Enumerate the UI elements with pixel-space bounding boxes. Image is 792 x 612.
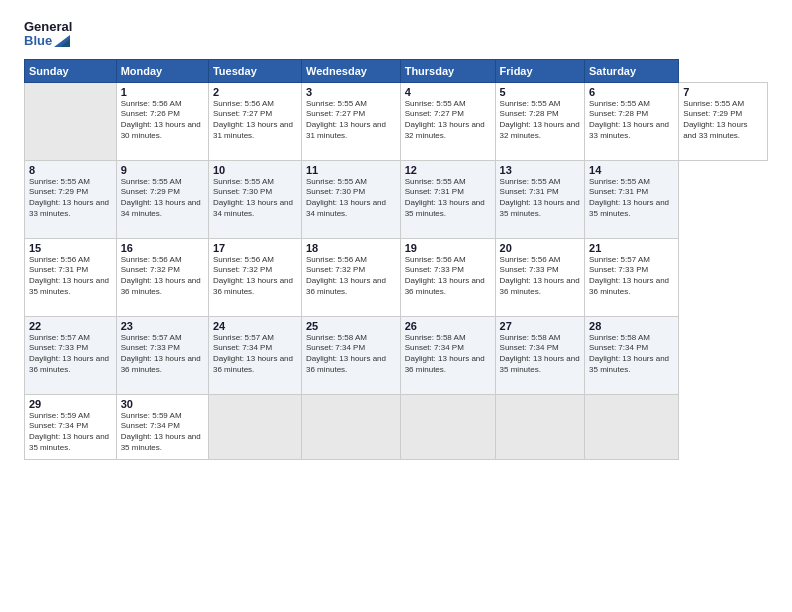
calendar-cell: 29Sunrise: 5:59 AMSunset: 7:34 PMDayligh… <box>25 394 117 459</box>
calendar-cell: 4Sunrise: 5:55 AMSunset: 7:27 PMDaylight… <box>400 82 495 160</box>
calendar-cell: 6Sunrise: 5:55 AMSunset: 7:28 PMDaylight… <box>585 82 679 160</box>
day-number: 3 <box>306 86 396 98</box>
calendar-cell: 22Sunrise: 5:57 AMSunset: 7:33 PMDayligh… <box>25 316 117 394</box>
day-number: 11 <box>306 164 396 176</box>
day-number: 21 <box>589 242 674 254</box>
calendar-week-3: 15Sunrise: 5:56 AMSunset: 7:31 PMDayligh… <box>25 238 768 316</box>
day-number: 14 <box>589 164 674 176</box>
calendar-cell: 3Sunrise: 5:55 AMSunset: 7:27 PMDaylight… <box>301 82 400 160</box>
calendar-week-4: 22Sunrise: 5:57 AMSunset: 7:33 PMDayligh… <box>25 316 768 394</box>
day-number: 16 <box>121 242 204 254</box>
calendar-page: General Blue SundayMondayTuesdayWednesda… <box>0 0 792 612</box>
day-info: Sunrise: 5:59 AMSunset: 7:34 PMDaylight:… <box>29 411 112 454</box>
day-info: Sunrise: 5:58 AMSunset: 7:34 PMDaylight:… <box>405 333 491 376</box>
day-info: Sunrise: 5:55 AMSunset: 7:27 PMDaylight:… <box>306 99 396 142</box>
day-number: 1 <box>121 86 204 98</box>
day-number: 28 <box>589 320 674 332</box>
day-header-thursday: Thursday <box>400 59 495 82</box>
logo: General Blue <box>24 20 72 49</box>
calendar-cell <box>585 394 679 459</box>
day-info: Sunrise: 5:57 AMSunset: 7:33 PMDaylight:… <box>121 333 204 376</box>
calendar-cell <box>495 394 584 459</box>
calendar-cell: 21Sunrise: 5:57 AMSunset: 7:33 PMDayligh… <box>585 238 679 316</box>
day-number: 25 <box>306 320 396 332</box>
day-info: Sunrise: 5:56 AMSunset: 7:27 PMDaylight:… <box>213 99 297 142</box>
calendar-cell <box>25 82 117 160</box>
calendar-cell: 13Sunrise: 5:55 AMSunset: 7:31 PMDayligh… <box>495 160 584 238</box>
day-info: Sunrise: 5:57 AMSunset: 7:33 PMDaylight:… <box>589 255 674 298</box>
day-info: Sunrise: 5:55 AMSunset: 7:27 PMDaylight:… <box>405 99 491 142</box>
day-info: Sunrise: 5:55 AMSunset: 7:29 PMDaylight:… <box>683 99 763 142</box>
calendar-week-2: 8Sunrise: 5:55 AMSunset: 7:29 PMDaylight… <box>25 160 768 238</box>
day-info: Sunrise: 5:55 AMSunset: 7:30 PMDaylight:… <box>213 177 297 220</box>
day-info: Sunrise: 5:56 AMSunset: 7:33 PMDaylight:… <box>405 255 491 298</box>
day-number: 29 <box>29 398 112 410</box>
day-info: Sunrise: 5:56 AMSunset: 7:32 PMDaylight:… <box>213 255 297 298</box>
day-number: 19 <box>405 242 491 254</box>
day-info: Sunrise: 5:57 AMSunset: 7:33 PMDaylight:… <box>29 333 112 376</box>
day-info: Sunrise: 5:56 AMSunset: 7:33 PMDaylight:… <box>500 255 580 298</box>
day-number: 15 <box>29 242 112 254</box>
day-number: 30 <box>121 398 204 410</box>
day-info: Sunrise: 5:55 AMSunset: 7:28 PMDaylight:… <box>589 99 674 142</box>
day-info: Sunrise: 5:58 AMSunset: 7:34 PMDaylight:… <box>589 333 674 376</box>
calendar-cell: 30Sunrise: 5:59 AMSunset: 7:34 PMDayligh… <box>116 394 208 459</box>
day-number: 8 <box>29 164 112 176</box>
day-info: Sunrise: 5:58 AMSunset: 7:34 PMDaylight:… <box>306 333 396 376</box>
day-number: 17 <box>213 242 297 254</box>
day-number: 26 <box>405 320 491 332</box>
day-info: Sunrise: 5:55 AMSunset: 7:31 PMDaylight:… <box>405 177 491 220</box>
day-number: 24 <box>213 320 297 332</box>
day-header-monday: Monday <box>116 59 208 82</box>
calendar-cell: 15Sunrise: 5:56 AMSunset: 7:31 PMDayligh… <box>25 238 117 316</box>
calendar-cell: 17Sunrise: 5:56 AMSunset: 7:32 PMDayligh… <box>208 238 301 316</box>
calendar-cell: 11Sunrise: 5:55 AMSunset: 7:30 PMDayligh… <box>301 160 400 238</box>
calendar-cell: 26Sunrise: 5:58 AMSunset: 7:34 PMDayligh… <box>400 316 495 394</box>
calendar-cell: 9Sunrise: 5:55 AMSunset: 7:29 PMDaylight… <box>116 160 208 238</box>
day-header-saturday: Saturday <box>585 59 679 82</box>
day-header-friday: Friday <box>495 59 584 82</box>
day-number: 18 <box>306 242 396 254</box>
calendar-cell: 7Sunrise: 5:55 AMSunset: 7:29 PMDaylight… <box>679 82 768 160</box>
day-number: 2 <box>213 86 297 98</box>
calendar-cell <box>208 394 301 459</box>
day-header-sunday: Sunday <box>25 59 117 82</box>
calendar-cell: 12Sunrise: 5:55 AMSunset: 7:31 PMDayligh… <box>400 160 495 238</box>
calendar-header-row: SundayMondayTuesdayWednesdayThursdayFrid… <box>25 59 768 82</box>
day-info: Sunrise: 5:56 AMSunset: 7:31 PMDaylight:… <box>29 255 112 298</box>
calendar-cell: 2Sunrise: 5:56 AMSunset: 7:27 PMDaylight… <box>208 82 301 160</box>
calendar-cell: 23Sunrise: 5:57 AMSunset: 7:33 PMDayligh… <box>116 316 208 394</box>
day-number: 13 <box>500 164 580 176</box>
day-number: 7 <box>683 86 763 98</box>
day-info: Sunrise: 5:56 AMSunset: 7:32 PMDaylight:… <box>121 255 204 298</box>
day-info: Sunrise: 5:55 AMSunset: 7:29 PMDaylight:… <box>29 177 112 220</box>
day-info: Sunrise: 5:55 AMSunset: 7:30 PMDaylight:… <box>306 177 396 220</box>
logo-blue: Blue <box>24 34 52 48</box>
calendar-cell: 25Sunrise: 5:58 AMSunset: 7:34 PMDayligh… <box>301 316 400 394</box>
day-number: 6 <box>589 86 674 98</box>
day-info: Sunrise: 5:58 AMSunset: 7:34 PMDaylight:… <box>500 333 580 376</box>
header: General Blue <box>24 20 768 49</box>
day-info: Sunrise: 5:55 AMSunset: 7:31 PMDaylight:… <box>500 177 580 220</box>
day-info: Sunrise: 5:56 AMSunset: 7:32 PMDaylight:… <box>306 255 396 298</box>
calendar-cell: 5Sunrise: 5:55 AMSunset: 7:28 PMDaylight… <box>495 82 584 160</box>
calendar-cell: 10Sunrise: 5:55 AMSunset: 7:30 PMDayligh… <box>208 160 301 238</box>
logo-general: General <box>24 20 72 34</box>
calendar-cell: 16Sunrise: 5:56 AMSunset: 7:32 PMDayligh… <box>116 238 208 316</box>
calendar-cell: 18Sunrise: 5:56 AMSunset: 7:32 PMDayligh… <box>301 238 400 316</box>
calendar-cell: 14Sunrise: 5:55 AMSunset: 7:31 PMDayligh… <box>585 160 679 238</box>
day-info: Sunrise: 5:59 AMSunset: 7:34 PMDaylight:… <box>121 411 204 454</box>
calendar-cell <box>301 394 400 459</box>
day-number: 27 <box>500 320 580 332</box>
calendar-cell: 28Sunrise: 5:58 AMSunset: 7:34 PMDayligh… <box>585 316 679 394</box>
calendar-cell: 24Sunrise: 5:57 AMSunset: 7:34 PMDayligh… <box>208 316 301 394</box>
day-number: 5 <box>500 86 580 98</box>
day-number: 22 <box>29 320 112 332</box>
day-number: 20 <box>500 242 580 254</box>
calendar-cell: 19Sunrise: 5:56 AMSunset: 7:33 PMDayligh… <box>400 238 495 316</box>
logo-icon <box>54 35 70 47</box>
day-number: 4 <box>405 86 491 98</box>
calendar-cell: 1Sunrise: 5:56 AMSunset: 7:26 PMDaylight… <box>116 82 208 160</box>
day-number: 9 <box>121 164 204 176</box>
calendar-week-1: 1Sunrise: 5:56 AMSunset: 7:26 PMDaylight… <box>25 82 768 160</box>
